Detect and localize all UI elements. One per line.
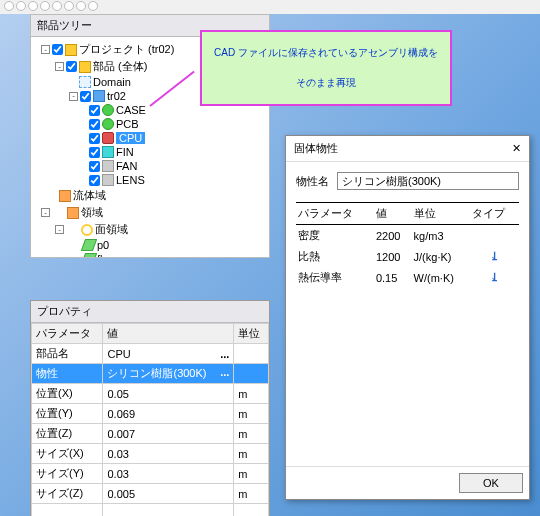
folder-icon (79, 61, 91, 73)
tree-tr02[interactable]: tr02 (107, 90, 126, 102)
part-icon (102, 160, 114, 172)
material-table: パラメータ 値 単位 タイプ 密度2200kg/m3比熱1200J/(kg·K)… (296, 202, 519, 288)
part-icon (102, 174, 114, 186)
folder-icon (65, 44, 77, 56)
property-row[interactable]: サイズ(Y)0.03m (32, 464, 269, 484)
tree-item-fan[interactable]: FAN (116, 160, 137, 172)
material-name-label: 物性名 (296, 174, 329, 189)
material-name-input[interactable] (337, 172, 519, 190)
domain-icon (79, 76, 91, 88)
check-fan[interactable] (89, 161, 100, 172)
check-fin[interactable] (89, 147, 100, 158)
ellipsis-button[interactable]: ... (220, 366, 229, 378)
col-value: 値 (103, 324, 234, 344)
ring-icon (81, 224, 93, 236)
tree-item-cpu-selected[interactable]: CPU (116, 132, 145, 144)
material-dialog: 固体物性 ✕ 物性名 パラメータ 値 単位 タイプ 密度2200kg/m3比熱1… (285, 135, 530, 500)
app-toolbar (0, 0, 540, 14)
check-lens[interactable] (89, 175, 100, 186)
tree-surf-region[interactable]: 面領域 (95, 222, 128, 237)
folder-icon (59, 190, 71, 202)
tree-region[interactable]: 領域 (81, 205, 103, 220)
property-row[interactable]: 位置(Z)0.007m (32, 424, 269, 444)
check-project[interactable] (52, 44, 63, 55)
property-table[interactable]: パラメータ 値 単位 部品名CPU...物性シリコン樹脂(300K)...位置(… (31, 323, 269, 516)
tree-item-lens[interactable]: LENS (116, 174, 145, 186)
part-icon (102, 118, 114, 130)
surface-icon (81, 253, 97, 257)
close-icon[interactable]: ✕ (512, 142, 521, 155)
part-icon (102, 132, 114, 144)
property-row[interactable]: 位置(Y)0.069m (32, 404, 269, 424)
callout-note: CAD ファイルに保存されているアセンブリ構成を そのまま再現 (200, 30, 452, 106)
tree-domain[interactable]: Domain (93, 76, 131, 88)
property-row[interactable]: 部品名CPU... (32, 344, 269, 364)
material-row[interactable]: 密度2200kg/m3 (296, 225, 519, 247)
collapse-icon[interactable]: - (69, 92, 78, 101)
property-row[interactable]: 物性シリコン樹脂(300K)... (32, 364, 269, 384)
mcol-value: 値 (374, 203, 412, 225)
collapse-icon[interactable]: - (41, 45, 50, 54)
col-param: パラメータ (32, 324, 103, 344)
part-icon (93, 90, 105, 102)
dialog-title: 固体物性 (294, 141, 338, 156)
part-icon (102, 104, 114, 116)
callout-line2: そのまま再現 (296, 76, 356, 90)
check-pcb[interactable] (89, 119, 100, 130)
callout-line1: CAD ファイルに保存されているアセンブリ構成を (214, 46, 438, 60)
property-row[interactable]: サイズ(Z)0.005m (32, 484, 269, 504)
property-title: プロパティ (31, 301, 269, 323)
tree-root[interactable]: プロジェクト (tr02) (79, 42, 174, 57)
ok-button[interactable]: OK (459, 473, 523, 493)
material-row[interactable]: 熱伝導率0.15W/(m·K)⥙ (296, 267, 519, 288)
material-row[interactable]: 比熱1200J/(kg·K)⥙ (296, 246, 519, 267)
tree-parts[interactable]: 部品 (全体) (93, 59, 147, 74)
mcol-type: タイプ (470, 203, 519, 225)
tree-item-pcb[interactable]: PCB (116, 118, 139, 130)
tree-surf-p0[interactable]: p0 (97, 239, 109, 251)
check-parts[interactable] (66, 61, 77, 72)
surface-icon (81, 239, 97, 251)
collapse-icon[interactable]: - (55, 62, 64, 71)
check-case[interactable] (89, 105, 100, 116)
ellipsis-button[interactable]: ... (220, 348, 229, 360)
tree-surf-floor[interactable]: floor (97, 253, 118, 257)
property-row[interactable]: 位置(X)0.05m (32, 384, 269, 404)
tree-item-case[interactable]: CASE (116, 104, 146, 116)
collapse-icon[interactable]: - (41, 208, 50, 217)
col-unit: 単位 (234, 324, 269, 344)
part-icon (102, 146, 114, 158)
tree-item-fin[interactable]: FIN (116, 146, 134, 158)
property-row[interactable]: サイズ(X)0.03m (32, 444, 269, 464)
collapse-icon[interactable]: - (55, 225, 64, 234)
folder-icon (67, 207, 79, 219)
check-tr02[interactable] (80, 91, 91, 102)
check-cpu[interactable] (89, 133, 100, 144)
anchor-icon[interactable]: ⥙ (490, 250, 499, 262)
mcol-unit: 単位 (412, 203, 471, 225)
property-panel: プロパティ パラメータ 値 単位 部品名CPU...物性シリコン樹脂(300K)… (30, 300, 270, 516)
mcol-param: パラメータ (296, 203, 374, 225)
anchor-icon[interactable]: ⥙ (490, 271, 499, 283)
tree-fluid[interactable]: 流体域 (73, 188, 106, 203)
